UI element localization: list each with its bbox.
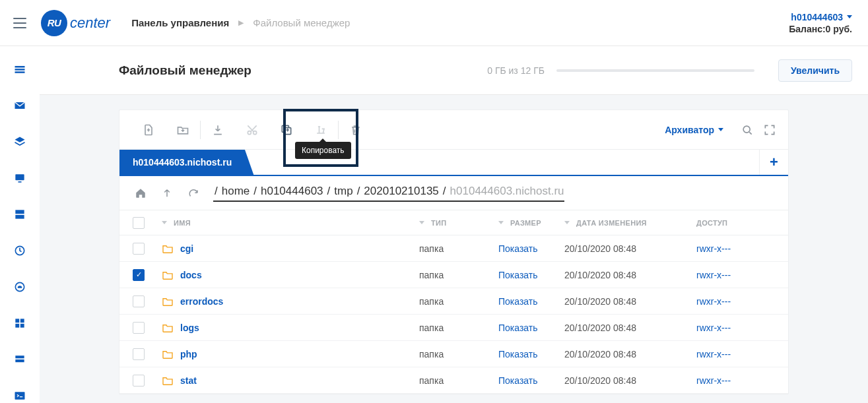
breadcrumb-current: Файловый менеджер [253, 17, 350, 28]
nav-item-monitor[interactable] [13, 171, 27, 185]
table-row[interactable]: errordocsпапкаПоказать20/10/2020 08:48rw… [119, 288, 788, 315]
usage-text: 0 ГБ из 12 ГБ [487, 65, 545, 76]
nav-item-dashboard[interactable] [13, 280, 27, 294]
col-perm-header: ДОСТУП [692, 219, 788, 227]
file-name[interactable]: php [180, 349, 197, 359]
svg-rect-15 [15, 392, 24, 400]
permissions-link[interactable]: rwxr-x--- [696, 323, 731, 333]
menu-hamburger-icon[interactable] [11, 14, 29, 32]
file-date: 20/10/2020 08:48 [560, 349, 692, 359]
nav-item-layers[interactable] [13, 135, 27, 148]
tabs-row: h010444603.nichost.ru + [119, 150, 788, 176]
col-date-header[interactable]: ДАТА ИЗМЕНЕНИЯ [560, 219, 692, 227]
permissions-link[interactable]: rwxr-x--- [696, 375, 731, 386]
file-type: папка [415, 349, 494, 359]
row-checkbox[interactable] [133, 348, 145, 360]
col-size-header[interactable]: РАЗМЕР [494, 219, 560, 227]
show-size-link[interactable]: Показать [498, 349, 538, 359]
col-name-header[interactable]: ИМЯ [158, 219, 415, 227]
folder-icon [162, 350, 174, 359]
add-tab-button[interactable]: + [759, 150, 788, 175]
row-checkbox[interactable] [133, 322, 145, 334]
new-folder-button[interactable] [166, 110, 200, 150]
sort-caret-icon [564, 221, 570, 224]
search-icon[interactable] [741, 123, 754, 137]
nav-item-terminal[interactable] [13, 389, 27, 403]
account-balance: Баланс:0 руб. [789, 24, 852, 34]
breadcrumb-root[interactable]: Панель управления [131, 17, 229, 28]
permissions-link[interactable]: rwxr-x--- [696, 270, 731, 280]
svg-rect-10 [20, 319, 24, 323]
row-checkbox[interactable] [133, 243, 145, 255]
show-size-link[interactable]: Показать [498, 243, 538, 254]
file-name[interactable]: errordocs [180, 296, 223, 307]
archiver-dropdown[interactable]: Архиватор [657, 125, 731, 135]
file-name[interactable]: stat [180, 375, 197, 386]
path-seg[interactable]: 202010210135 [364, 185, 438, 198]
nav-item-db[interactable] [13, 353, 27, 367]
nav-item-1[interactable] [13, 62, 27, 76]
row-checkbox[interactable] [133, 295, 145, 307]
svg-rect-5 [15, 210, 24, 214]
svg-rect-2 [15, 71, 24, 73]
sort-caret-icon [419, 221, 424, 224]
row-checkbox[interactable] [133, 269, 145, 281]
svg-rect-9 [15, 319, 19, 323]
table-row[interactable]: phpпапкаПоказать20/10/2020 08:48rwxr-x--… [119, 341, 788, 367]
permissions-link[interactable]: rwxr-x--- [696, 296, 731, 307]
path-seg[interactable]: h010444603 [261, 185, 323, 198]
permissions-link[interactable]: rwxr-x--- [696, 243, 731, 254]
file-date: 20/10/2020 08:48 [560, 296, 692, 307]
table-row[interactable]: docsпапкаПоказать20/10/2020 08:48rwxr-x-… [119, 262, 788, 288]
up-arrow-icon[interactable] [154, 180, 180, 206]
svg-rect-12 [20, 324, 24, 328]
nav-item-grid[interactable] [13, 317, 27, 330]
file-manager-panel: Архиватор Копировать h010444603.nichost.… [119, 109, 789, 394]
logo[interactable]: RU center [41, 10, 110, 36]
svg-rect-11 [15, 324, 19, 328]
table-row[interactable]: cgiпапкаПоказать20/10/2020 08:48rwxr-x--… [119, 235, 788, 262]
nav-item-server[interactable] [13, 207, 27, 221]
cut-button[interactable] [235, 110, 269, 150]
fullscreen-icon[interactable] [763, 123, 776, 137]
table-row[interactable]: statпапкаПоказать20/10/2020 08:48rwxr-x-… [119, 367, 788, 394]
home-icon[interactable] [127, 180, 154, 206]
path-row: /home /h010444603 /tmp /202010210135 /h0… [119, 176, 788, 210]
tab-active[interactable]: h010444603.nichost.ru [119, 150, 245, 175]
file-name[interactable]: logs [180, 323, 199, 333]
permissions-link[interactable]: rwxr-x--- [696, 349, 731, 359]
caret-down-icon [718, 128, 723, 131]
folder-icon [162, 270, 174, 280]
path-seg[interactable]: tmp [334, 185, 352, 198]
svg-point-19 [743, 126, 750, 133]
path-breadcrumb[interactable]: /home /h010444603 /tmp /202010210135 /h0… [213, 185, 564, 202]
logo-text: center [70, 15, 110, 32]
svg-rect-1 [15, 69, 24, 71]
account-id-dropdown[interactable]: h010444603 [789, 12, 852, 22]
show-size-link[interactable]: Показать [498, 323, 538, 333]
upgrade-button[interactable]: Увеличить [778, 59, 852, 82]
folder-icon [162, 244, 174, 253]
col-type-header[interactable]: ТИП [415, 219, 494, 227]
file-name[interactable]: docs [180, 270, 202, 280]
toolbar: Архиватор Копировать [119, 110, 788, 150]
select-all-checkbox[interactable] [133, 217, 145, 229]
new-file-button[interactable] [131, 110, 166, 150]
nav-item-mail[interactable] [13, 98, 27, 112]
table-header: ИМЯ ТИП РАЗМЕР ДАТА ИЗМЕНЕНИЯ ДОСТУП [119, 210, 788, 235]
file-name[interactable]: cgi [180, 243, 193, 254]
path-seg[interactable]: home [222, 185, 250, 198]
show-size-link[interactable]: Показать [498, 296, 538, 307]
refresh-icon[interactable] [180, 180, 207, 206]
account-block: h010444603 Баланс:0 руб. [789, 12, 852, 34]
nav-item-clock[interactable] [13, 243, 27, 257]
download-button[interactable] [201, 110, 235, 150]
row-checkbox[interactable] [133, 375, 145, 387]
show-size-link[interactable]: Показать [498, 270, 538, 280]
table-row[interactable]: logsпапкаПоказать20/10/2020 08:48rwxr-x-… [119, 315, 788, 341]
show-size-link[interactable]: Показать [498, 375, 538, 386]
svg-rect-3 [15, 174, 24, 180]
file-type: папка [415, 243, 494, 254]
svg-rect-0 [15, 66, 24, 68]
left-nav-rail [0, 46, 40, 403]
